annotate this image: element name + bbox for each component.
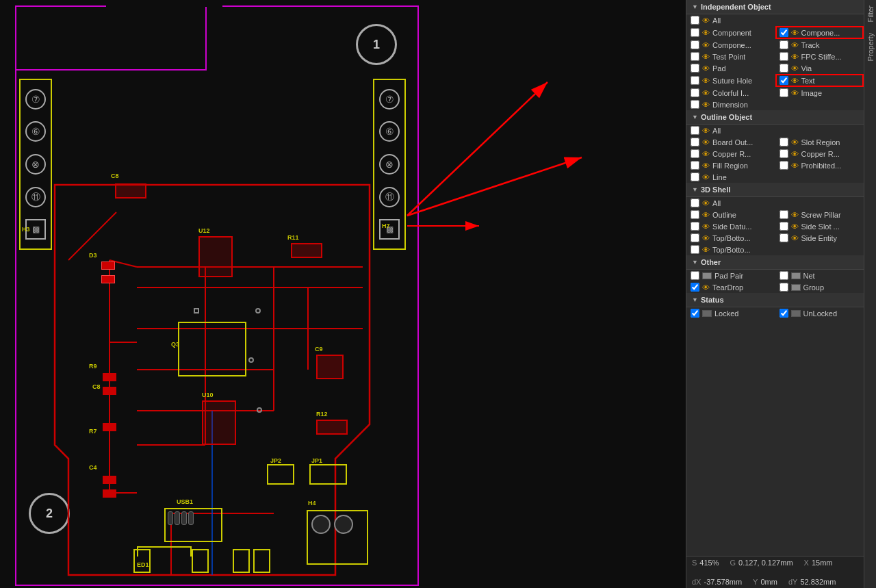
outline-object-header: ▼ Outline Object: [686, 110, 864, 125]
test-point-label: Test Point: [712, 53, 745, 61]
colorful-checkbox[interactable]: [691, 88, 699, 97]
colorful-label: Colorful I...: [712, 89, 749, 97]
pcb-canvas[interactable]: 1 2 ⑦ ⑥ ⊗ ⑪ ▩ ⑦ ⑥ ⊗ ⑪ ▩ H3 H7: [0, 0, 686, 588]
via-eye[interactable]: 👁: [791, 64, 799, 73]
fill-region-checkbox[interactable]: [691, 161, 699, 170]
text-checkbox[interactable]: [780, 76, 788, 85]
side-datu-eye[interactable]: 👁: [702, 222, 710, 231]
line-eye[interactable]: 👁: [702, 173, 710, 181]
dimension-checkbox[interactable]: [691, 100, 699, 109]
component-eye[interactable]: 👁: [702, 29, 710, 37]
line-label: Line: [712, 173, 727, 181]
pad-eye[interactable]: 👁: [702, 64, 710, 73]
compone2-item: 👁 Compone...: [686, 39, 775, 51]
dx-label: dX: [692, 578, 701, 586]
locked-swatch: [702, 310, 712, 317]
component-checkbox[interactable]: [691, 28, 699, 37]
track-checkbox[interactable]: [780, 40, 788, 49]
side-slot-eye[interactable]: 👁: [791, 222, 799, 231]
status-section-label: Status: [701, 296, 724, 304]
top-botto2-eye[interactable]: 👁: [702, 246, 710, 254]
side-entity-checkbox[interactable]: [780, 233, 788, 242]
compone2-eye[interactable]: 👁: [702, 41, 710, 49]
test-point-checkbox[interactable]: [691, 52, 699, 61]
pad-pair-checkbox[interactable]: [691, 271, 699, 280]
test-point-item: 👁 Test Point: [686, 51, 775, 62]
x-label: X: [804, 559, 809, 567]
line-checkbox[interactable]: [691, 172, 699, 181]
all-out-eye[interactable]: 👁: [702, 127, 710, 135]
outline-3d-label: Outline: [712, 211, 736, 219]
side-slot-checkbox[interactable]: [780, 222, 788, 231]
property-tab[interactable]: Property: [865, 27, 876, 67]
board-out-checkbox[interactable]: [691, 138, 699, 146]
top-botto2-item: 👁 Top/Botto...: [686, 244, 864, 255]
side-slot-label: Side Slot ...: [801, 222, 840, 231]
image-checkbox[interactable]: [780, 88, 788, 97]
text-eye[interactable]: 👁: [791, 77, 799, 85]
track-eye[interactable]: 👁: [791, 41, 799, 49]
net-checkbox[interactable]: [780, 271, 788, 280]
all-ind-checkbox[interactable]: [691, 16, 699, 25]
c8-label: C8: [111, 172, 119, 179]
all-3d-checkbox[interactable]: [691, 199, 699, 207]
all-ind-eye[interactable]: 👁: [702, 16, 710, 25]
copper-r-l-checkbox[interactable]: [691, 149, 699, 158]
group-checkbox[interactable]: [780, 283, 788, 292]
usb-top-box: [137, 546, 192, 557]
outline-3d-checkbox[interactable]: [691, 210, 699, 219]
all-out-checkbox[interactable]: [691, 126, 699, 135]
screw-pillar-item: 👁 Screw Pillar: [775, 209, 864, 220]
slot-region-eye[interactable]: 👁: [791, 138, 799, 146]
via-checkbox[interactable]: [780, 64, 788, 73]
suture-hole-checkbox[interactable]: [691, 76, 699, 85]
panel-scroll[interactable]: ▼ Independent Object 👁 All 👁 Component 👁…: [686, 0, 864, 556]
fpc-checkbox[interactable]: [780, 52, 788, 61]
bottom-comp-3: [233, 549, 250, 573]
svg-line-19: [407, 82, 548, 216]
jp1-component: [309, 464, 347, 485]
teardrop-eye[interactable]: 👁: [702, 283, 710, 292]
suture-hole-eye[interactable]: 👁: [702, 77, 710, 85]
compone2-checkbox[interactable]: [691, 40, 699, 49]
top-botto2-checkbox[interactable]: [691, 245, 699, 254]
colorful-item: 👁 Colorful I...: [686, 87, 775, 99]
test-point-eye[interactable]: 👁: [702, 53, 710, 61]
other-label: Other: [701, 258, 721, 266]
locked-checkbox[interactable]: [691, 309, 699, 318]
fill-region-eye[interactable]: 👁: [702, 162, 710, 170]
side-slot-item: 👁 Side Slot ...: [775, 220, 864, 232]
image-eye[interactable]: 👁: [791, 89, 799, 97]
teardrop-checkbox[interactable]: [691, 283, 699, 292]
copper-r-r-checkbox[interactable]: [780, 149, 788, 158]
copper-r-r-eye[interactable]: 👁: [791, 150, 799, 158]
prohibited-eye[interactable]: 👁: [791, 162, 799, 170]
copper-r-l-eye[interactable]: 👁: [702, 150, 710, 158]
fpc-label: FPC Stiffe...: [801, 53, 842, 61]
colorful-eye[interactable]: 👁: [702, 89, 710, 97]
dy-value: 52.832mm: [800, 578, 836, 586]
filter-tab[interactable]: Filter: [865, 0, 876, 27]
screw-pillar-checkbox[interactable]: [780, 210, 788, 219]
component-r-checkbox[interactable]: [780, 28, 788, 37]
pad-item: 👁 Pad: [686, 62, 775, 74]
slot-region-checkbox[interactable]: [780, 138, 788, 146]
prohibited-checkbox[interactable]: [780, 161, 788, 170]
copper-r-l-item: 👁 Copper R...: [686, 148, 775, 159]
pad-checkbox[interactable]: [691, 64, 699, 73]
side-entity-label: Side Entity: [801, 234, 838, 242]
top-botto1-eye[interactable]: 👁: [702, 234, 710, 242]
g-value: 0.127, 0.127mm: [738, 559, 793, 567]
outline-3d-eye[interactable]: 👁: [702, 211, 710, 219]
unlocked-checkbox[interactable]: [780, 309, 788, 318]
side-entity-eye[interactable]: 👁: [791, 234, 799, 242]
y-value: 0mm: [760, 578, 777, 586]
all-3d-eye[interactable]: 👁: [702, 199, 710, 207]
component-r-eye[interactable]: 👁: [791, 29, 799, 37]
board-out-eye[interactable]: 👁: [702, 138, 710, 146]
screw-pillar-eye[interactable]: 👁: [791, 211, 799, 219]
top-botto1-checkbox[interactable]: [691, 233, 699, 242]
side-datu-checkbox[interactable]: [691, 222, 699, 231]
dimension-eye[interactable]: 👁: [702, 101, 710, 109]
fpc-eye[interactable]: 👁: [791, 53, 799, 61]
